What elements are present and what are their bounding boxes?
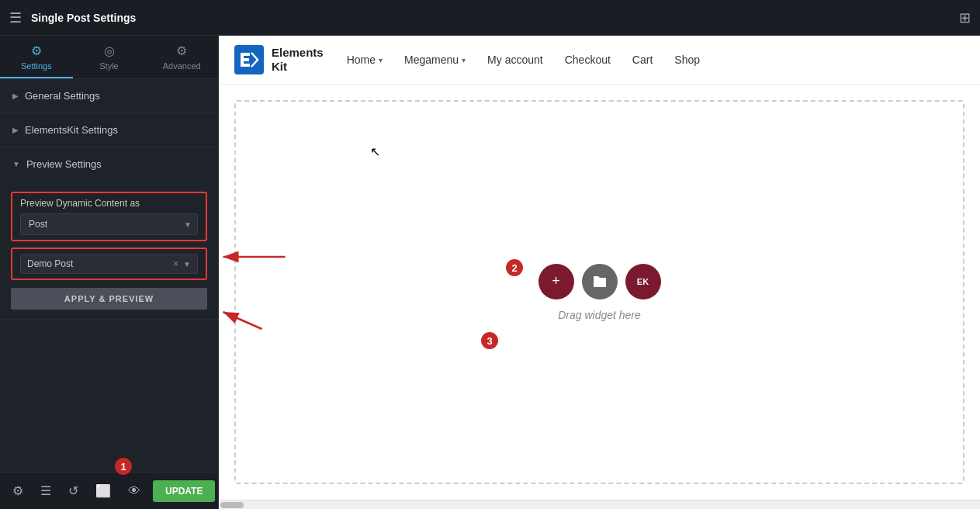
nav-shop[interactable]: Shop <box>674 54 700 66</box>
general-settings-section: ▶ General Settings <box>0 79 218 113</box>
general-settings-label: General Settings <box>25 90 100 102</box>
widget-drop-area: + EK Drag widget here <box>234 100 964 484</box>
main-layout: ⚙ Settings ◎ Style ⚙ Advanced ▶ General … <box>0 36 980 509</box>
post-type-select[interactable]: Post Page Custom Post Type <box>20 213 198 235</box>
folder-widget-button[interactable] <box>582 264 618 300</box>
demo-post-row: Demo Post × ▼ <box>20 254 198 274</box>
scrollbar-thumb[interactable] <box>220 502 244 508</box>
demo-post-text: Demo Post <box>27 258 173 269</box>
widget-buttons: + EK <box>538 264 661 300</box>
elementskit-settings-header[interactable]: ▶ ElementsKit Settings <box>0 113 218 147</box>
sidebar: ⚙ Settings ◎ Style ⚙ Advanced ▶ General … <box>0 36 219 509</box>
nav-home[interactable]: Home ▾ <box>347 54 383 66</box>
elementskit-settings-label: ElementsKit Settings <box>25 124 118 136</box>
horizontal-scrollbar[interactable] <box>219 500 980 509</box>
nav-my-account[interactable]: My account <box>487 54 543 66</box>
nav-home-chevron: ▾ <box>379 56 383 64</box>
tab-style[interactable]: ◎ Style <box>73 36 146 78</box>
post-type-select-wrapper: Post Page Custom Post Type ▼ <box>20 213 198 235</box>
nav-bar: ElementsKit Home ▾ Megamenu ▾ My account… <box>219 36 980 85</box>
preview-area: ElementsKit Home ▾ Megamenu ▾ My account… <box>219 36 980 509</box>
hamburger-icon[interactable]: ☰ <box>9 9 22 26</box>
style-tab-icon: ◎ <box>104 43 115 58</box>
demo-post-clear-icon[interactable]: × <box>173 258 178 269</box>
preview-settings-section: ▼ Preview Settings Preview Dynamic Conte… <box>0 147 218 320</box>
elementskit-settings-section: ▶ ElementsKit Settings <box>0 113 218 147</box>
nav-megamenu-chevron: ▾ <box>462 56 466 64</box>
folder-icon <box>592 275 608 289</box>
nav-cart-label: Cart <box>632 54 653 66</box>
nav-megamenu[interactable]: Megamenu ▾ <box>404 54 466 66</box>
preview-settings-arrow: ▼ <box>12 160 20 168</box>
tab-settings[interactable]: ⚙ Settings <box>0 36 73 78</box>
drag-widget-text: Drag widget here <box>558 309 641 321</box>
settings-bottom-icon[interactable]: ⚙ <box>8 480 28 501</box>
tab-settings-label: Settings <box>21 61 52 71</box>
advanced-tab-icon: ⚙ <box>176 43 187 58</box>
nav-my-account-label: My account <box>487 54 543 66</box>
update-button[interactable]: UPDATE <box>153 480 215 502</box>
sidebar-tabs: ⚙ Settings ◎ Style ⚙ Advanced <box>0 36 218 79</box>
responsive-icon[interactable]: ⬜ <box>91 480 116 501</box>
general-settings-arrow: ▶ <box>12 92 19 100</box>
ek-widget-button[interactable]: EK <box>625 264 661 300</box>
top-bar: ☰ Single Post Settings ⊞ <box>0 0 980 36</box>
logo-icon <box>234 45 264 74</box>
tab-advanced[interactable]: ⚙ Advanced <box>145 36 218 78</box>
elementskit-settings-arrow: ▶ <box>12 126 19 134</box>
history-icon[interactable]: ↺ <box>64 480 83 501</box>
nav-cart[interactable]: Cart <box>632 54 653 66</box>
layers-icon[interactable]: ☰ <box>36 480 56 501</box>
nav-checkout[interactable]: Checkout <box>565 54 611 66</box>
sidebar-content: ▶ General Settings ▶ ElementsKit Setting… <box>0 79 218 472</box>
logo-area: ElementsKit <box>234 45 324 74</box>
ek-widget-label: EK <box>637 277 649 286</box>
preview-settings-content: Preview Dynamic Content as Post Page Cus… <box>0 181 218 319</box>
panel-title: Single Post Settings <box>31 12 136 24</box>
preview-settings-header[interactable]: ▼ Preview Settings <box>0 147 218 181</box>
top-bar-left: ☰ Single Post Settings <box>9 9 136 26</box>
tab-advanced-label: Advanced <box>163 61 201 71</box>
preview-dynamic-content-box: Preview Dynamic Content as Post Page Cus… <box>11 192 207 241</box>
apply-preview-button[interactable]: APPLY & PREVIEW <box>11 288 207 310</box>
bottom-bar: ⚙ ☰ ↺ ⬜ 👁 UPDATE ▲ 1 <box>0 472 218 509</box>
tab-style-label: Style <box>99 61 118 71</box>
settings-tab-icon: ⚙ <box>31 43 42 58</box>
demo-post-box: Demo Post × ▼ <box>11 248 207 280</box>
grid-icon[interactable]: ⊞ <box>959 9 971 26</box>
logo-text: ElementsKit <box>272 46 324 74</box>
preview-dynamic-label: Preview Dynamic Content as <box>20 198 198 209</box>
nav-links: Home ▾ Megamenu ▾ My account Checkout Ca… <box>347 54 700 66</box>
preview-settings-label: Preview Settings <box>26 158 102 170</box>
general-settings-header[interactable]: ▶ General Settings <box>0 79 218 113</box>
nav-shop-label: Shop <box>674 54 700 66</box>
nav-megamenu-label: Megamenu <box>404 54 459 66</box>
nav-checkout-label: Checkout <box>565 54 611 66</box>
eye-icon[interactable]: 👁 <box>123 481 145 501</box>
demo-post-dropdown-arrow[interactable]: ▼ <box>183 260 191 268</box>
add-widget-button[interactable]: + <box>538 264 574 300</box>
nav-home-label: Home <box>347 54 376 66</box>
